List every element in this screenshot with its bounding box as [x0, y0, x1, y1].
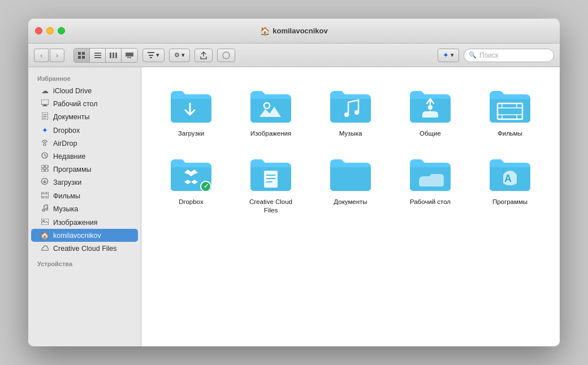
svg-rect-12: [129, 57, 131, 58]
traffic-lights: [35, 27, 65, 34]
sidebar-label-pictures: Изображения: [53, 219, 98, 227]
folder-shared[interactable]: Общие: [392, 81, 469, 144]
forward-button[interactable]: ›: [50, 49, 64, 62]
svg-rect-2: [78, 56, 81, 59]
svg-rect-19: [42, 106, 47, 106]
folder-creative-cloud[interactable]: Creative Cloud Files: [232, 149, 309, 220]
folder-applications[interactable]: A Программы: [472, 149, 548, 220]
folder-dropbox[interactable]: ✓ Dropbox: [153, 149, 230, 220]
sidebar-label-movies: Фильмы: [53, 192, 80, 200]
minimize-button[interactable]: [46, 27, 54, 34]
maximize-button[interactable]: [58, 27, 65, 34]
sidebar-item-home[interactable]: 🏠 komilavocnikov: [31, 229, 138, 242]
sidebar-item-documents[interactable]: Документы: [31, 110, 138, 124]
sidebar-item-dropbox[interactable]: ✦ Dropbox: [31, 124, 138, 137]
documents-icon: [40, 112, 49, 121]
nav-buttons: ‹ ›: [34, 49, 64, 62]
view-icon-button[interactable]: [74, 49, 90, 62]
content-area: Загрузки Изображения: [141, 67, 560, 346]
folder-images[interactable]: Изображения: [232, 81, 309, 144]
svg-point-16: [223, 52, 230, 59]
sidebar-item-downloads[interactable]: Загрузки: [31, 176, 138, 189]
finder-window: 🏠 komilavocnikov ‹ › ▾: [28, 19, 560, 346]
sidebar-label-music: Музыка: [53, 205, 78, 213]
titlebar: 🏠 komilavocnikov: [28, 19, 560, 44]
search-icon: 🔍: [469, 51, 477, 59]
back-button[interactable]: ‹: [34, 49, 49, 62]
dropbox-button[interactable]: ✦ ▾: [438, 49, 459, 62]
svg-point-41: [42, 209, 45, 211]
svg-rect-28: [41, 165, 44, 168]
folder-label-shared: Общие: [420, 129, 441, 138]
dropbox-sidebar-icon: ✦: [40, 126, 49, 134]
arrange-dropdown[interactable]: ▾: [142, 49, 165, 62]
applications-icon: [40, 165, 49, 173]
svg-rect-17: [41, 99, 49, 105]
svg-rect-3: [82, 56, 85, 59]
svg-point-47: [354, 110, 359, 115]
svg-point-42: [46, 208, 48, 210]
tag-button[interactable]: [217, 49, 235, 62]
sidebar-item-movies[interactable]: Фильмы: [31, 189, 138, 202]
sidebar-label-applications: Программы: [53, 166, 92, 173]
close-button[interactable]: [35, 27, 42, 34]
svg-rect-5: [94, 55, 101, 56]
svg-point-24: [44, 144, 46, 146]
svg-rect-0: [78, 52, 81, 55]
creative-cloud-icon: [40, 244, 49, 253]
svg-rect-11: [127, 57, 129, 58]
folder-downloads[interactable]: Загрузки: [153, 81, 230, 144]
svg-text:A: A: [504, 173, 512, 184]
search-placeholder: Поиск: [479, 51, 498, 59]
svg-point-46: [344, 112, 349, 117]
sidebar-item-desktop[interactable]: Рабочий стол: [31, 97, 138, 110]
desktop-icon: [40, 99, 49, 108]
sidebar-label-icloud: iCloud Drive: [53, 87, 92, 95]
view-list-button[interactable]: [90, 49, 106, 62]
sidebar-item-recents[interactable]: Недавние: [31, 150, 138, 163]
share-button[interactable]: [194, 49, 213, 62]
action-dropdown[interactable]: ⚙ ▾: [169, 49, 190, 62]
folder-label-applications: Программы: [492, 198, 528, 206]
sidebar-label-dropbox: Dropbox: [53, 127, 80, 134]
svg-rect-30: [41, 169, 44, 172]
svg-rect-34: [41, 192, 49, 198]
folder-movies[interactable]: Фильмы: [472, 81, 548, 144]
svg-rect-13: [148, 52, 154, 53]
folder-label-documents: Документы: [334, 198, 367, 206]
sidebar-item-creative-cloud[interactable]: Creative Cloud Files: [31, 242, 138, 255]
folder-label-creative-cloud: Creative Cloud Files: [245, 198, 296, 215]
sidebar-label-recents: Недавние: [53, 153, 85, 160]
view-column-button[interactable]: [106, 49, 122, 62]
sidebar-label-creative-cloud: Creative Cloud Files: [53, 245, 117, 253]
sidebar-label-home: komilavocnikov: [53, 232, 101, 240]
sidebar-item-applications[interactable]: Программы: [31, 163, 138, 176]
sidebar-label-airdrop: AirDrop: [53, 140, 77, 147]
sidebar-item-pictures[interactable]: Изображения: [31, 216, 138, 229]
sidebar-item-airdrop[interactable]: AirDrop: [31, 137, 138, 150]
svg-rect-29: [45, 165, 48, 168]
downloads-icon: [40, 178, 49, 187]
sidebar-item-icloud[interactable]: ☁ iCloud Drive: [31, 84, 138, 97]
folder-label-images: Изображения: [250, 129, 291, 138]
svg-rect-6: [94, 57, 101, 58]
folder-label-movies: Фильмы: [498, 129, 522, 138]
home-sidebar-icon: 🏠: [40, 231, 49, 240]
svg-rect-7: [110, 53, 111, 58]
folder-desktop[interactable]: Рабочий стол: [392, 149, 469, 220]
sidebar-label-downloads: Загрузки: [53, 179, 81, 186]
folder-label-dropbox: Dropbox: [179, 198, 203, 206]
movies-icon: [40, 192, 49, 200]
airdrop-icon: [40, 139, 49, 147]
search-box[interactable]: 🔍 Поиск: [464, 49, 554, 62]
folder-music[interactable]: Музыка: [312, 81, 389, 144]
favorites-label: Избранное: [28, 73, 141, 84]
sidebar-item-music[interactable]: Музыка: [31, 202, 138, 216]
view-cover-button[interactable]: [122, 49, 137, 62]
sidebar: Избранное ☁ iCloud Drive Рабочий стол До…: [28, 67, 141, 346]
folder-documents[interactable]: Документы: [312, 149, 389, 220]
svg-rect-31: [45, 169, 48, 172]
devices-label: Устройства: [28, 258, 141, 270]
recents-icon: [40, 152, 49, 160]
svg-rect-1: [82, 52, 85, 55]
